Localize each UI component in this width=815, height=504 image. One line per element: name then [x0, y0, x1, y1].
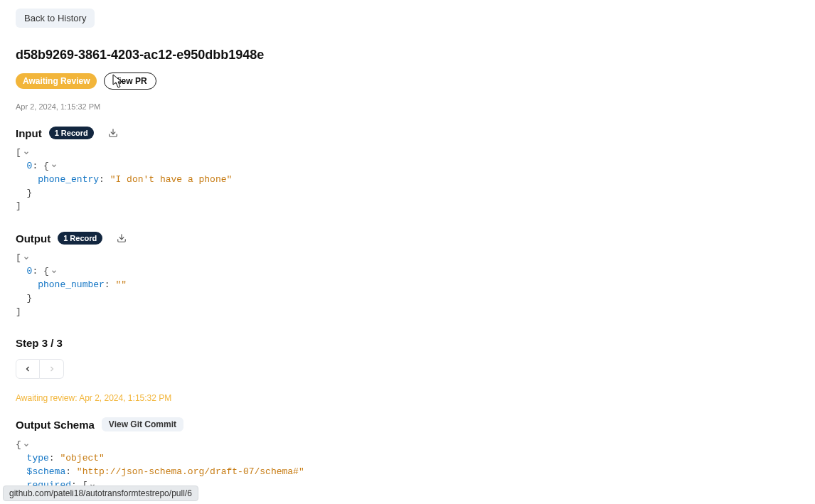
download-input-icon[interactable]	[108, 128, 118, 138]
timestamp-text: Apr 2, 2024, 1:15:32 PM	[16, 102, 799, 111]
input-section-title: Input	[16, 127, 42, 139]
output-code-block: [ 0: { phone_number: "" } ]	[16, 252, 799, 318]
browser-url-hint: github.com/pateli18/autotransformtestrep…	[3, 486, 198, 501]
output-record-badge: 1 Record	[58, 232, 102, 245]
run-id-title: d58b9269-3861-4203-ac12-e950dbb1948e	[16, 48, 799, 63]
chevron-down-icon[interactable]	[23, 149, 30, 156]
status-badge: Awaiting Review	[16, 73, 97, 89]
step-prev-button[interactable]	[16, 359, 40, 379]
view-pr-button[interactable]: View PR	[104, 73, 156, 90]
download-output-icon[interactable]	[117, 233, 127, 243]
output-section-title: Output	[16, 232, 50, 245]
step-next-button	[40, 359, 64, 379]
view-git-commit-button[interactable]: View Git Commit	[102, 417, 183, 431]
input-code-block: [ 0: { phone_entry: "I don't have a phon…	[16, 146, 799, 213]
input-record-badge: 1 Record	[49, 127, 94, 139]
chevron-down-icon[interactable]	[23, 254, 30, 262]
output-schema-title: Output Schema	[16, 419, 95, 431]
step-title: Step 3 / 3	[16, 337, 799, 349]
chevron-down-icon[interactable]	[50, 162, 58, 169]
chevron-down-icon[interactable]	[50, 268, 58, 275]
chevron-down-icon[interactable]	[23, 441, 30, 449]
awaiting-review-line: Awaiting review: Apr 2, 2024, 1:15:32 PM	[16, 393, 799, 403]
schema-code-block: { type: "object" $schema: "http://json-s…	[16, 439, 799, 492]
back-to-history-button[interactable]: Back to History	[16, 9, 95, 28]
